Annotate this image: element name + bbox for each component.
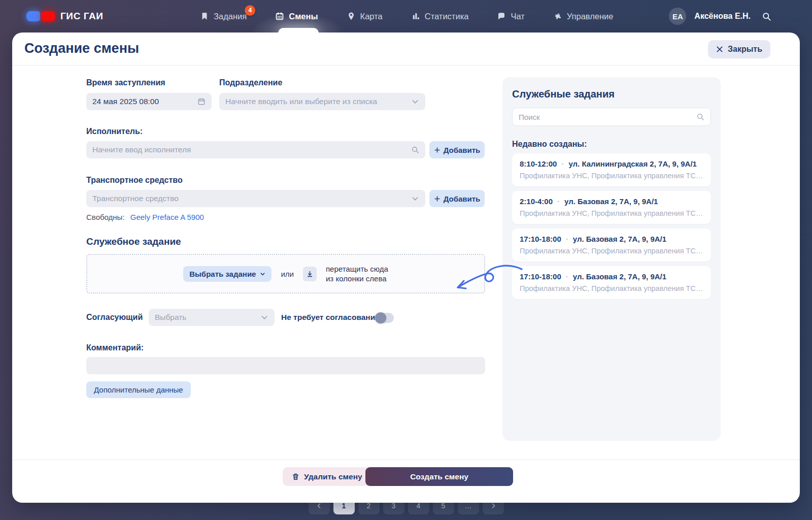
task-card[interactable]: 17:10-18:00 ул. Базовая 2, 7А, 9, 9А/1 П…: [512, 266, 711, 299]
plus-icon: [434, 196, 441, 202]
search-icon: [696, 113, 704, 121]
trash-icon: [292, 473, 299, 480]
task-address: ул. Базовая 2, 7А, 9, 9А/1: [573, 272, 666, 281]
task-description: Профилактика УНС, Профилактика управлени…: [520, 247, 703, 255]
recent-tasks-label: Недавно созданы:: [512, 140, 711, 149]
division-label: Подразделение: [219, 78, 282, 87]
task-card[interactable]: 8:10-12:00 ул. Калининградская 2, 7А, 9,…: [512, 153, 711, 186]
vehicle-placeholder: Транспортное средство: [92, 194, 179, 203]
chevron-down-icon: [411, 98, 419, 106]
executor-placeholder: Начните ввод исполнителя: [92, 145, 191, 154]
start-time-input[interactable]: 24 мая 2025 08:00: [86, 93, 212, 110]
footer-divider: [12, 460, 800, 460]
shift-creation-modal: Создание смены Закрыть Время заступления…: [12, 32, 800, 503]
task-address: ул. Базовая 2, 7А, 9, 9А/1: [573, 235, 666, 243]
drop-hint-line1: перетащить сюда: [326, 264, 388, 274]
start-time-label: Время заступления: [86, 78, 165, 87]
drop-hint-line2: из колонки слева: [326, 274, 388, 284]
nav-item-label: Смены: [289, 12, 318, 21]
chevron-left-icon: [316, 503, 322, 509]
main-navigation: Задания 4 Смены Карта Статистика Чат Упр…: [200, 0, 614, 32]
delete-shift-label: Удалить смену: [304, 472, 362, 481]
plus-icon: [434, 147, 441, 153]
comment-input[interactable]: [86, 357, 485, 374]
bar-chart-icon: [411, 12, 420, 21]
add-executor-label: Добавить: [444, 146, 481, 154]
add-vehicle-button[interactable]: Добавить: [429, 190, 485, 207]
chat-icon: [497, 12, 506, 21]
tasks-count-badge: 4: [245, 5, 255, 16]
executor-input[interactable]: Начните ввод исполнителя: [86, 141, 425, 158]
bookmark-icon: [200, 12, 209, 21]
task-card[interactable]: 17:10-18:00 ул. Базовая 2, 7А, 9, 9А/1 П…: [512, 229, 711, 262]
create-shift-button[interactable]: Создать смену: [365, 467, 513, 486]
task-time: 17:10-18:00: [520, 272, 561, 281]
page-title: Создание смены: [24, 41, 139, 56]
nav-item-statistics[interactable]: Статистика: [411, 12, 469, 21]
extra-data-button[interactable]: Дополнительные данные: [86, 381, 191, 398]
search-icon: [762, 12, 771, 21]
division-placeholder: Начните вводить или выберите из списка: [225, 97, 377, 106]
task-time: 2:10-4:00: [520, 197, 553, 206]
no-approval-label: Не требует согласования: [281, 313, 380, 322]
dot-separator: [557, 197, 560, 206]
app-title: ГИС ГАИ: [60, 11, 104, 22]
task-description: Профилактика УНС, Профилактика управлени…: [520, 209, 703, 217]
drop-hint-text: перетащить сюда из колонки слева: [326, 264, 388, 284]
approver-select[interactable]: Выбрать: [149, 309, 275, 326]
flasher-red-light: [42, 11, 55, 21]
approver-placeholder: Выбрать: [155, 313, 186, 322]
comment-label: Комментарий:: [86, 343, 144, 352]
task-address: ул. Базовая 2, 7А, 9, 9А/1: [564, 197, 658, 206]
nav-item-label: Задания: [214, 12, 247, 21]
task-drop-zone[interactable]: Выбрать задание или перетащить сюда из к…: [86, 254, 485, 294]
task-description: Профилактика УНС, Профилактика управлени…: [520, 284, 703, 292]
user-avatar[interactable]: ЕА: [669, 8, 686, 25]
calendar-icon[interactable]: [197, 98, 206, 106]
service-tasks-panel: Служебные задания Поиск Недавно созданы:…: [502, 77, 721, 441]
approver-label: Согласующий: [86, 313, 143, 322]
close-button[interactable]: Закрыть: [708, 40, 770, 58]
add-executor-button[interactable]: Добавить: [429, 141, 485, 158]
chevron-right-icon: [490, 503, 496, 509]
nav-item-management[interactable]: Управление: [553, 12, 614, 21]
executor-label: Исполнитель:: [86, 127, 143, 136]
free-vehicle-link[interactable]: Geely Preface A 5900: [130, 213, 204, 221]
gear-icon: [553, 12, 562, 21]
nav-item-tasks[interactable]: Задания 4: [200, 12, 247, 21]
chevron-down-icon: [260, 271, 265, 277]
nav-item-label: Управление: [567, 12, 614, 21]
toggle-knob: [375, 312, 386, 323]
tasks-search-input[interactable]: Поиск: [512, 108, 711, 126]
task-card[interactable]: 2:10-4:00 ул. Базовая 2, 7А, 9, 9А/1 Про…: [512, 191, 711, 224]
tasks-search-placeholder: Поиск: [519, 113, 540, 121]
user-area: ЕА Аксёнова Е.Н.: [669, 0, 771, 32]
nav-item-label: Чат: [511, 12, 524, 21]
drag-drop-icon: [303, 267, 317, 281]
nav-item-map[interactable]: Карта: [347, 12, 383, 21]
nav-item-chat[interactable]: Чат: [497, 12, 524, 21]
police-flasher-icon: [26, 11, 55, 21]
close-icon: [716, 46, 723, 53]
free-vehicles-label: Свободны:: [86, 213, 125, 221]
vehicle-label: Транспортное средство: [86, 176, 183, 185]
vehicle-select[interactable]: Транспортное средство: [86, 190, 425, 207]
delete-shift-button[interactable]: Удалить смену: [283, 467, 371, 486]
choose-task-button[interactable]: Выбрать задание: [183, 266, 272, 282]
start-time-value: 24 мая 2025 08:00: [92, 97, 159, 106]
chevron-down-icon: [411, 194, 419, 203]
no-approval-toggle[interactable]: [375, 313, 394, 323]
free-vehicles-line: Свободны: Geely Preface A 5900: [86, 213, 204, 221]
nav-item-shifts[interactable]: Смены: [275, 12, 318, 21]
add-vehicle-label: Добавить: [444, 194, 481, 203]
choose-task-label: Выбрать задание: [189, 270, 256, 278]
division-select[interactable]: Начните вводить или выберите из списка: [219, 93, 425, 110]
dot-separator: [561, 159, 564, 168]
active-tab-indicator: [278, 28, 319, 33]
top-navbar: ГИС ГАИ Задания 4 Смены Карта Статистика…: [0, 0, 812, 32]
or-label: или: [281, 270, 294, 278]
global-search-button[interactable]: [762, 12, 771, 21]
close-button-label: Закрыть: [728, 45, 762, 54]
calendar-icon: [275, 12, 284, 21]
flasher-blue-light: [26, 11, 40, 21]
